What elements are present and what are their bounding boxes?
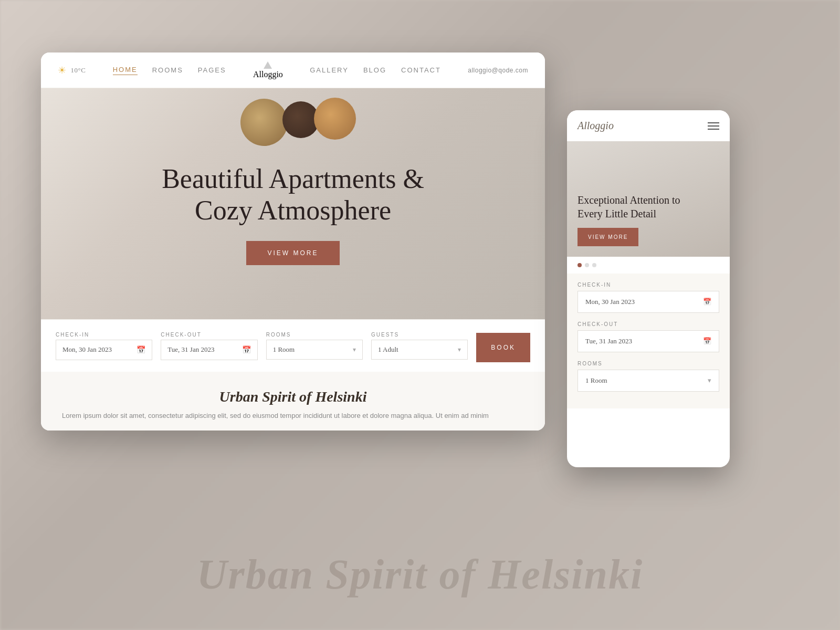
dot-1[interactable] [578, 263, 582, 267]
hamburger-line-1 [708, 122, 719, 123]
mobile-calendar-icon: 📅 [703, 298, 711, 306]
calendar-icon-2: 📅 [242, 345, 251, 354]
nav-email: alloggio@qode.com [468, 67, 528, 74]
nav-gallery[interactable]: GALLERY [310, 66, 349, 74]
dot-2[interactable] [585, 263, 589, 267]
sun-icon: ☀ [58, 65, 67, 76]
book-button[interactable]: BOOK [476, 333, 530, 362]
guests-field: GUESTS 1 Adult ▾ [371, 332, 468, 360]
chevron-down-icon-2: ▾ [458, 346, 461, 354]
carousel-dots [567, 257, 730, 274]
mobile-mockup: Alloggio Exceptional Attention to Every … [567, 110, 730, 467]
guests-select[interactable]: 1 Adult ▾ [371, 340, 468, 360]
desktop-navbar: ☀ 10°C HOME ROOMS PAGES Alloggio GALLERY… [41, 52, 545, 88]
nav-links: HOME ROOMS PAGES [113, 66, 226, 75]
logo-area: Alloggio [253, 61, 283, 79]
mobile-checkin-label: CHECK-IN [578, 282, 719, 288]
chevron-down-icon: ▾ [353, 346, 356, 354]
nav-links-right: GALLERY BLOG CONTACT [310, 66, 441, 74]
mobile-logo: Alloggio [578, 120, 614, 132]
hamburger-line-2 [708, 125, 719, 127]
hero-section: Beautiful Apartments & Cozy Atmosphere V… [41, 88, 545, 319]
mobile-calendar-icon-2: 📅 [703, 337, 711, 345]
mobile-booking-form: CHECK-IN Mon, 30 Jan 2023 📅 CHECK-OUT Tu… [567, 274, 730, 408]
checkout-label: CHECK-OUT [161, 332, 257, 338]
mobile-navbar: Alloggio [567, 110, 730, 141]
desktop-bottom-section: Urban Spirit of Helsinki Lorem ipsum dol… [41, 372, 545, 430]
hero-view-more-button[interactable]: VIEW MORE [246, 241, 339, 265]
mobile-rooms-field: ROOMS 1 Room ▾ [578, 361, 719, 392]
mobile-view-more-button[interactable]: VIEW MORE [578, 228, 638, 246]
calendar-icon: 📅 [136, 345, 145, 354]
mobile-rooms-select[interactable]: 1 Room ▾ [578, 370, 719, 392]
section-title: Urban Spirit of Helsinki [62, 388, 524, 405]
nav-rooms[interactable]: ROOMS [152, 66, 183, 74]
rooms-select[interactable]: 1 Room ▾ [266, 340, 363, 360]
mobile-checkout-label: CHECK-OUT [578, 321, 719, 327]
hamburger-line-3 [708, 129, 719, 130]
checkout-field: CHECK-OUT Tue, 31 Jan 2023 📅 [161, 332, 257, 360]
checkin-input[interactable]: Mon, 30 Jan 2023 📅 [56, 340, 152, 360]
mobile-rooms-label: ROOMS [578, 361, 719, 366]
rooms-label: ROOMS [266, 332, 363, 338]
checkout-input[interactable]: Tue, 31 Jan 2023 📅 [161, 340, 257, 360]
dot-3[interactable] [592, 263, 596, 267]
checkin-label: CHECK-IN [56, 332, 152, 338]
mobile-checkin-field: CHECK-IN Mon, 30 Jan 2023 📅 [578, 282, 719, 313]
nav-weather: ☀ 10°C [58, 65, 86, 76]
temperature: 10°C [71, 66, 86, 75]
mobile-hero-title: Exceptional Attention to Every Little De… [578, 193, 719, 220]
guests-label: GUESTS [371, 332, 468, 338]
mobile-chevron-down-icon: ▾ [708, 376, 711, 385]
hero-title: Beautiful Apartments & Cozy Atmosphere [162, 163, 424, 226]
nav-contact[interactable]: CONTACT [401, 66, 441, 74]
hamburger-menu-button[interactable] [708, 122, 719, 130]
nav-home[interactable]: HOME [113, 66, 138, 75]
mobile-checkout-input[interactable]: Tue, 31 Jan 2023 📅 [578, 330, 719, 352]
mobile-checkin-input[interactable]: Mon, 30 Jan 2023 📅 [578, 291, 719, 313]
nav-pages[interactable]: PAGES [198, 66, 226, 74]
logo-text: Alloggio [253, 70, 283, 79]
rooms-field: ROOMS 1 Room ▾ [266, 332, 363, 360]
booking-bar: CHECK-IN Mon, 30 Jan 2023 📅 CHECK-OUT Tu… [41, 319, 545, 372]
mobile-checkout-field: CHECK-OUT Tue, 31 Jan 2023 📅 [578, 321, 719, 352]
background-text: Urban Spirit of Helsinki [0, 551, 840, 598]
nav-blog[interactable]: BLOG [363, 66, 386, 74]
checkin-field: CHECK-IN Mon, 30 Jan 2023 📅 [56, 332, 152, 360]
mobile-hero-section: Exceptional Attention to Every Little De… [567, 141, 730, 257]
logo-triangle-icon [264, 61, 272, 69]
section-description: Lorem ipsum dolor sit amet, consectetur … [62, 411, 524, 422]
desktop-mockup: ☀ 10°C HOME ROOMS PAGES Alloggio GALLERY… [41, 52, 545, 430]
